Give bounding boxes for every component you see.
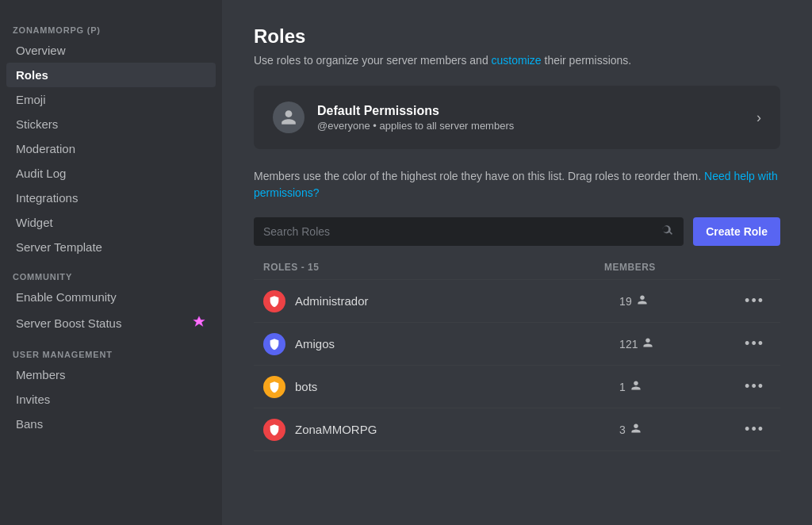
- search-create-row: Create Role: [254, 217, 780, 246]
- sidebar-item-widget[interactable]: Widget: [6, 210, 216, 235]
- role-name-bots: bots: [295, 380, 619, 393]
- role-more-button-bots[interactable]: •••: [738, 375, 771, 398]
- member-count-zonammorpg: 3: [619, 423, 626, 436]
- sidebar-item-label: Emoji: [16, 93, 46, 106]
- role-icon-administrador: [263, 290, 285, 312]
- sidebar-item-roles[interactable]: Roles: [6, 63, 216, 87]
- sidebar-item-members[interactable]: Members: [6, 362, 216, 387]
- sidebar: ZONAMMORPG (P) Overview Roles Emoji Stic…: [0, 0, 222, 525]
- role-row-zonammorpg[interactable]: ZonaMMORPG 3 •••: [254, 408, 780, 451]
- sidebar-item-overview[interactable]: Overview: [6, 38, 216, 63]
- role-more-button-zonammorpg[interactable]: •••: [738, 418, 771, 441]
- sidebar-item-moderation[interactable]: Moderation: [6, 136, 216, 161]
- search-wrapper: [254, 217, 684, 246]
- members-person-icon: [642, 337, 653, 351]
- default-permissions-icon: [273, 102, 304, 133]
- role-name-zonammorpg: ZonaMMORPG: [295, 423, 619, 436]
- sidebar-item-label: Overview: [16, 44, 66, 57]
- search-input[interactable]: [254, 217, 684, 246]
- sidebar-item-label: Integrations: [16, 191, 78, 205]
- role-members-bots: 1: [619, 380, 738, 393]
- default-permissions-subtitle: @everyone • applies to all server member…: [317, 120, 744, 132]
- sidebar-item-server-template[interactable]: Server Template: [6, 235, 216, 259]
- role-icon-amigos: [263, 333, 285, 355]
- member-count-administrador: 19: [619, 295, 632, 308]
- sidebar-item-label: Server Template: [16, 240, 102, 254]
- create-role-button[interactable]: Create Role: [693, 217, 780, 246]
- person-icon: [280, 109, 297, 126]
- default-permissions-card[interactable]: Default Permissions @everyone • applies …: [254, 86, 780, 149]
- community-section-label: COMMUNITY: [6, 259, 216, 285]
- sidebar-item-emoji[interactable]: Emoji: [6, 87, 216, 112]
- sidebar-item-integrations[interactable]: Integrations: [6, 186, 216, 210]
- sidebar-item-stickers[interactable]: Stickers: [6, 112, 216, 136]
- page-subtitle: Use roles to organize your server member…: [254, 54, 780, 67]
- subtitle-text-end: their permissions.: [542, 54, 632, 67]
- server-name: ZONAMMORPG (P): [6, 13, 216, 38]
- role-icon-bots: [263, 376, 285, 398]
- role-name-amigos: Amigos: [295, 337, 619, 351]
- role-more-button-amigos[interactable]: •••: [738, 332, 771, 355]
- role-row-amigos[interactable]: Amigos 121 •••: [254, 323, 780, 366]
- role-more-button-administrador[interactable]: •••: [738, 289, 771, 312]
- subtitle-text-start: Use roles to organize your server member…: [254, 54, 492, 67]
- members-person-icon: [630, 380, 642, 393]
- main-content: Roles Use roles to organize your server …: [222, 0, 812, 525]
- sidebar-item-server-boost-status[interactable]: Server Boost Status: [6, 309, 216, 337]
- info-text-start: Members use the color of the highest rol…: [254, 170, 704, 182]
- sidebar-item-label: Bans: [16, 417, 43, 431]
- sidebar-item-label: Stickers: [16, 117, 58, 131]
- members-person-icon: [637, 294, 648, 308]
- chevron-right-icon: ›: [756, 109, 761, 126]
- sidebar-item-label: Moderation: [16, 142, 75, 155]
- role-row-bots[interactable]: bots 1 •••: [254, 366, 780, 408]
- subtitle-link[interactable]: customize: [492, 54, 542, 67]
- roles-members-header: MEMBERS: [604, 262, 723, 273]
- role-row-administrador[interactable]: Administrador 19 •••: [254, 280, 780, 323]
- sidebar-item-label: Audit Log: [16, 167, 66, 180]
- default-permissions-info: Default Permissions @everyone • applies …: [317, 104, 744, 132]
- sidebar-item-invites[interactable]: Invites: [6, 387, 216, 412]
- role-members-amigos: 121: [619, 337, 738, 351]
- member-count-bots: 1: [619, 381, 626, 393]
- roles-count-header: ROLES - 15: [263, 262, 604, 273]
- sidebar-item-label: Roles: [16, 68, 48, 82]
- roles-info-text: Members use the color of the highest rol…: [254, 168, 780, 201]
- role-members-zonammorpg: 3: [619, 423, 738, 436]
- user-management-section-label: USER MANAGEMENT: [6, 337, 216, 362]
- sidebar-item-label: Invites: [16, 393, 50, 406]
- sidebar-item-label: Members: [16, 368, 66, 381]
- default-permissions-title: Default Permissions: [317, 104, 744, 118]
- sidebar-item-label: Server Boost Status: [16, 316, 121, 330]
- member-count-amigos: 121: [619, 338, 638, 351]
- sidebar-item-enable-community[interactable]: Enable Community: [6, 285, 216, 309]
- boost-badge-icon: [192, 315, 206, 331]
- role-name-administrador: Administrador: [295, 294, 619, 308]
- sidebar-item-bans[interactable]: Bans: [6, 412, 216, 436]
- role-icon-zonammorpg: [263, 419, 285, 441]
- page-title: Roles: [254, 25, 780, 48]
- role-members-administrador: 19: [619, 294, 738, 308]
- sidebar-item-label: Widget: [16, 216, 53, 229]
- sidebar-item-audit-log[interactable]: Audit Log: [6, 161, 216, 186]
- members-person-icon: [630, 423, 642, 436]
- sidebar-item-label: Enable Community: [16, 290, 117, 304]
- roles-table-header: ROLES - 15 MEMBERS: [254, 262, 780, 280]
